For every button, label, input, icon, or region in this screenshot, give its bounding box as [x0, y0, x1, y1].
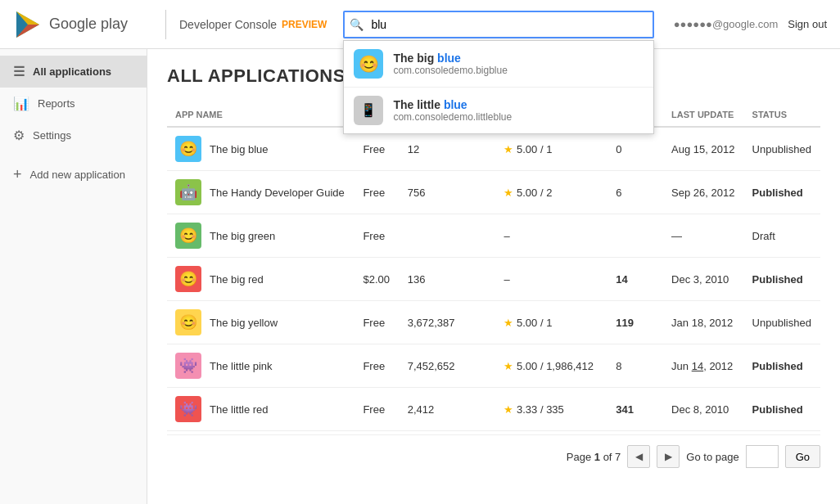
logo-text: Google play: [49, 16, 128, 33]
search-dropdown: 😊 The big blue com.consoledemo.bigblue 📱…: [343, 40, 654, 134]
all-apps-icon: ☰: [13, 64, 25, 79]
sidebar: ☰ All applications 📊 Reports ⚙ Settings …: [0, 49, 147, 504]
app-rating: ★ 5.00 / 1: [495, 301, 607, 344]
app-name-cell: 😊 The big green: [167, 214, 355, 258]
app-errors: 14: [607, 258, 663, 301]
sidebar-reports-label: Reports: [38, 97, 75, 110]
page-label: Page 1 of 7: [567, 451, 621, 463]
app-name: The big green: [210, 230, 275, 242]
sign-out-button[interactable]: Sign out: [788, 18, 827, 30]
table-row[interactable]: 👾 The little red Free2,412★ 3.33 / 33534…: [167, 388, 820, 431]
sidebar-settings-label: Settings: [33, 129, 71, 142]
app-last-update: Dec 3, 2010: [663, 258, 744, 301]
app-name: The little red: [210, 403, 269, 416]
search-icon: 🔍: [350, 18, 364, 31]
logo-area: Google play: [13, 10, 152, 39]
star-icon: ★: [504, 360, 513, 372]
col-header-last-update: LAST UPDATE: [663, 103, 744, 127]
app-installs: 2,412: [400, 388, 496, 431]
app-installs: 136: [400, 258, 496, 301]
app-rating: ★ 3.33 / 335: [495, 388, 607, 431]
app-icon: 👾: [175, 353, 201, 379]
app-name-cell: 😊 The big blue: [167, 127, 355, 171]
app-icon: 😊: [175, 309, 201, 335]
app-errors: [607, 214, 663, 258]
app-icon: 😊: [175, 266, 201, 292]
app-last-update: Jun 14, 2012: [663, 344, 744, 388]
add-app-label: Add new application: [30, 169, 125, 181]
star-icon: ★: [504, 187, 513, 199]
pagination: Page 1 of 7 ◀ ▶ Go to page Go: [167, 434, 820, 471]
app-rating: ★ 5.00 / 1,986,412: [495, 344, 607, 388]
go-button[interactable]: Go: [785, 445, 820, 468]
app-name-cell: 👾 The little red: [167, 388, 355, 431]
big-blue-pkg: com.consoledemo.bigblue: [393, 65, 507, 76]
header-divider: [165, 10, 166, 39]
sidebar-all-apps-label: All applications: [33, 65, 111, 78]
app-last-update: Dec 8, 2010: [663, 388, 744, 431]
preview-badge: PREVIEW: [282, 19, 327, 30]
app-rating: ★ 5.00 / 2: [495, 171, 607, 214]
app-price: Free: [355, 388, 399, 431]
app-name: The big yellow: [210, 317, 278, 329]
next-page-button[interactable]: ▶: [657, 445, 680, 468]
app-name: The big red: [210, 273, 264, 286]
app-status: Draft: [744, 214, 820, 258]
table-row[interactable]: 😊 The big yellow Free3,672,387★ 5.00 / 1…: [167, 301, 820, 344]
app-status: Published: [744, 388, 820, 431]
go-to-page-input[interactable]: [746, 445, 779, 468]
big-blue-result-text: The big blue com.consoledemo.bigblue: [393, 52, 507, 76]
big-blue-result-icon: 😊: [354, 49, 383, 79]
star-icon: ★: [504, 143, 513, 155]
app-name-cell: 👾 The little pink: [167, 344, 355, 388]
app-last-update: Aug 15, 2012: [663, 127, 744, 171]
col-header-status: STATUS: [744, 103, 820, 127]
add-new-application-button[interactable]: + Add new application: [0, 158, 147, 191]
little-blue-pkg: com.consoledemo.littleblue: [393, 111, 512, 123]
app-installs: 3,672,387: [400, 301, 496, 344]
app-rating: –: [495, 258, 607, 301]
app-icon: 😊: [175, 136, 201, 162]
app-errors: 8: [607, 344, 663, 388]
little-blue-name: The little blue: [393, 98, 512, 111]
search-result-item[interactable]: 😊 The big blue com.consoledemo.bigblue: [344, 41, 653, 88]
app-status: Unpublished: [744, 301, 820, 344]
app-last-update: Sep 26, 2012: [663, 171, 744, 214]
app-installs: 756: [400, 171, 496, 214]
go-to-page-label: Go to page: [686, 451, 738, 463]
little-blue-result-icon: 📱: [354, 96, 383, 125]
app-errors: 6: [607, 171, 663, 214]
prev-page-button[interactable]: ◀: [627, 445, 650, 468]
app-errors: 341: [607, 388, 663, 431]
app-installs: [400, 214, 496, 258]
app-name: The little pink: [210, 360, 273, 372]
app-price: Free: [355, 171, 399, 214]
sidebar-item-settings[interactable]: ⚙ Settings: [0, 119, 147, 151]
sidebar-item-reports[interactable]: 📊 Reports: [0, 88, 147, 119]
sidebar-item-all-applications[interactable]: ☰ All applications: [0, 56, 147, 88]
table-row[interactable]: 👾 The little pink Free7,452,652★ 5.00 / …: [167, 344, 820, 388]
app-last-update: —: [663, 214, 744, 258]
star-icon: ★: [504, 403, 513, 416]
app-icon: 😊: [175, 223, 201, 249]
search-result-item-2[interactable]: 📱 The little blue com.consoledemo.little…: [344, 88, 653, 133]
app-icon: 👾: [175, 396, 201, 422]
table-row[interactable]: 🤖 The Handy Developer Guide Free756★ 5.0…: [167, 171, 820, 214]
star-icon: ★: [504, 317, 513, 329]
plus-icon: +: [13, 166, 22, 183]
table-row[interactable]: 😊 The big red $2.00136–14Dec 3, 2010Publ…: [167, 258, 820, 301]
search-input[interactable]: [343, 11, 654, 38]
app-name-cell: 😊 The big yellow: [167, 301, 355, 344]
table-row[interactable]: 😊 The big green Free–—Draft: [167, 214, 820, 258]
app-errors: 119: [607, 301, 663, 344]
reports-icon: 📊: [13, 96, 29, 111]
app-status: Published: [744, 258, 820, 301]
app-name-cell: 😊 The big red: [167, 258, 355, 301]
app-price: Free: [355, 214, 399, 258]
console-title: Developer Console: [179, 18, 277, 31]
app-icon: 🤖: [175, 179, 201, 205]
header: Google play Developer Console PREVIEW 🔍 …: [0, 0, 840, 49]
app-status: Published: [744, 171, 820, 214]
user-email: ●●●●●●@google.com: [674, 18, 779, 30]
app-table: APP NAME PRICE ACTIVE INSTALLS AVG. RATI…: [167, 103, 820, 431]
